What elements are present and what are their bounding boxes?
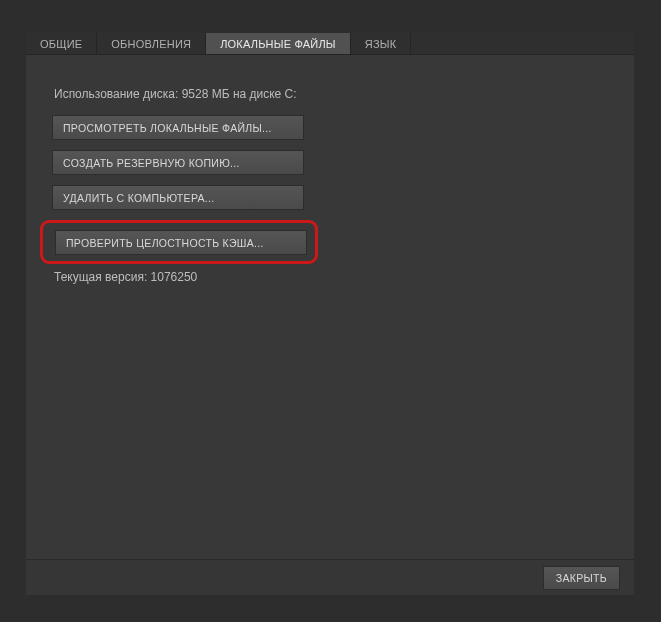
current-version-text: Текущая версия: 1076250 bbox=[52, 270, 608, 284]
delete-local-content-button[interactable]: УДАЛИТЬ С КОМПЬЮТЕРА... bbox=[52, 185, 304, 210]
properties-window: ОБЩИЕ ОБНОВЛЕНИЯ ЛОКАЛЬНЫЕ ФАЙЛЫ ЯЗЫК Ис… bbox=[26, 33, 634, 595]
verify-cache-highlight: ПРОВЕРИТЬ ЦЕЛОСТНОСТЬ КЭША... bbox=[40, 220, 318, 264]
tab-bar: ОБЩИЕ ОБНОВЛЕНИЯ ЛОКАЛЬНЫЕ ФАЙЛЫ ЯЗЫК bbox=[26, 33, 634, 55]
browse-local-files-button[interactable]: ПРОСМОТРЕТЬ ЛОКАЛЬНЫЕ ФАЙЛЫ... bbox=[52, 115, 304, 140]
disk-usage-text: Использование диска: 9528 МБ на диске C: bbox=[52, 87, 608, 101]
tab-bar-spacer bbox=[411, 33, 634, 54]
verify-cache-integrity-button[interactable]: ПРОВЕРИТЬ ЦЕЛОСТНОСТЬ КЭША... bbox=[55, 230, 307, 255]
tab-local-files[interactable]: ЛОКАЛЬНЫЕ ФАЙЛЫ bbox=[206, 33, 351, 54]
dialog-footer: ЗАКРЫТЬ bbox=[26, 559, 634, 595]
tab-language[interactable]: ЯЗЫК bbox=[351, 33, 412, 54]
tab-general[interactable]: ОБЩИЕ bbox=[26, 33, 97, 54]
tab-updates[interactable]: ОБНОВЛЕНИЯ bbox=[97, 33, 206, 54]
backup-game-files-button[interactable]: СОЗДАТЬ РЕЗЕРВНУЮ КОПИЮ... bbox=[52, 150, 304, 175]
close-button[interactable]: ЗАКРЫТЬ bbox=[543, 566, 620, 590]
tab-content-local-files: Использование диска: 9528 МБ на диске C:… bbox=[26, 55, 634, 559]
